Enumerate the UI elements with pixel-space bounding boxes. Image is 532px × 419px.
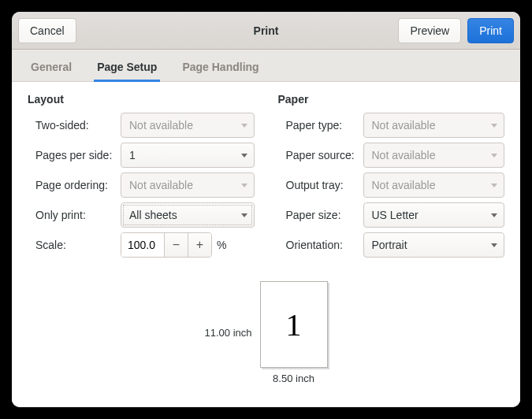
chevron-down-icon xyxy=(491,243,497,247)
header-bar: Cancel Print Preview Print xyxy=(12,12,520,50)
page-preview: 1 xyxy=(260,281,328,368)
page-ordering-combo: Not available xyxy=(121,172,255,198)
scale-label: Scale: xyxy=(28,239,121,251)
paper-heading: Paper xyxy=(278,93,505,106)
paper-source-combo: Not available xyxy=(363,143,505,168)
chevron-down-icon xyxy=(241,213,247,217)
paper-size-value: US Letter xyxy=(372,209,419,221)
layout-heading: Layout xyxy=(28,93,255,106)
scale-input[interactable] xyxy=(121,233,164,257)
page-number: 1 xyxy=(286,306,302,343)
page-width-label: 8.50 inch xyxy=(273,373,314,384)
only-print-label: Only print: xyxy=(28,209,121,221)
orientation-label: Orientation: xyxy=(278,239,363,251)
paper-source-value: Not available xyxy=(372,149,436,161)
tab-bar: General Page Setup Page Handling xyxy=(12,50,520,82)
pages-per-side-value: 1 xyxy=(129,149,136,161)
paper-type-value: Not available xyxy=(372,119,436,132)
output-tray-combo: Not available xyxy=(363,172,505,198)
two-sided-combo: Not available xyxy=(121,113,255,138)
paper-size-combo[interactable]: US Letter xyxy=(363,202,505,228)
paper-source-label: Paper source: xyxy=(278,149,363,161)
output-tray-value: Not available xyxy=(372,179,436,191)
preview-button[interactable]: Preview xyxy=(398,18,461,43)
chevron-down-icon xyxy=(491,213,497,217)
page-preview-area: 11.00 inch 1 8.50 inch xyxy=(28,269,504,396)
chevron-down-icon xyxy=(241,184,247,187)
scale-unit: % xyxy=(217,239,226,251)
scale-increase-button[interactable]: + xyxy=(188,233,211,257)
content-area: Layout Two-sided: Not available Pages pe… xyxy=(12,82,520,407)
page-height-label: 11.00 inch xyxy=(205,327,252,339)
scale-decrease-button[interactable]: − xyxy=(164,233,188,257)
cancel-button[interactable]: Cancel xyxy=(18,18,76,43)
chevron-down-icon xyxy=(491,184,497,187)
two-sided-value: Not available xyxy=(129,119,193,132)
print-button[interactable]: Print xyxy=(467,18,514,43)
print-dialog: Cancel Print Preview Print General Page … xyxy=(12,12,520,407)
page-ordering-label: Page ordering: xyxy=(28,179,121,191)
scale-spinbutton[interactable]: − + xyxy=(121,232,212,258)
pages-per-side-label: Pages per side: xyxy=(28,149,121,161)
paper-type-combo: Not available xyxy=(363,113,505,138)
tab-page-handling[interactable]: Page Handling xyxy=(179,54,262,82)
chevron-down-icon xyxy=(491,154,497,158)
chevron-down-icon xyxy=(241,124,247,128)
pages-per-side-combo[interactable]: 1 xyxy=(121,143,255,168)
paper-size-label: Paper size: xyxy=(278,209,363,221)
two-sided-label: Two-sided: xyxy=(28,119,121,132)
orientation-value: Portrait xyxy=(372,239,407,251)
chevron-down-icon xyxy=(241,154,247,158)
only-print-value: All sheets xyxy=(129,209,177,221)
output-tray-label: Output tray: xyxy=(278,179,363,191)
tab-general[interactable]: General xyxy=(28,54,75,82)
paper-type-label: Paper type: xyxy=(278,119,363,132)
layout-section: Layout Two-sided: Not available Pages pe… xyxy=(28,93,255,261)
only-print-combo[interactable]: All sheets xyxy=(121,202,255,228)
orientation-combo[interactable]: Portrait xyxy=(363,232,505,258)
chevron-down-icon xyxy=(491,124,497,128)
page-ordering-value: Not available xyxy=(129,179,193,191)
tab-page-setup[interactable]: Page Setup xyxy=(94,54,160,82)
paper-section: Paper Paper type: Not available Paper so… xyxy=(278,93,505,261)
